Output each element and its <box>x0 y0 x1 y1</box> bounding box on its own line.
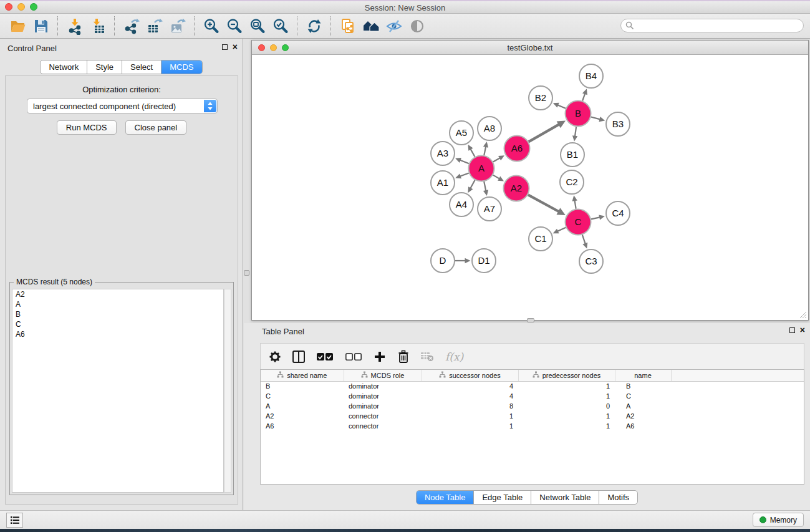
table-cell[interactable]: 1 <box>422 411 518 421</box>
home-icon[interactable] <box>359 16 382 37</box>
graph-edge-A-A4[interactable] <box>470 180 475 189</box>
tab-edge-table[interactable]: Edge Table <box>473 491 531 504</box>
graph-edge-A-A1[interactable] <box>460 173 469 177</box>
table-cell[interactable]: dominator <box>344 391 422 401</box>
network-window-titlebar[interactable]: testGlobe.txt <box>252 41 808 55</box>
table-cell[interactable]: A <box>261 401 344 411</box>
add-column-icon[interactable] <box>372 348 388 365</box>
columns-icon[interactable] <box>291 348 307 365</box>
export-table-icon[interactable] <box>143 16 166 37</box>
result-item[interactable]: A <box>12 299 223 309</box>
graph-edge-B-B1[interactable] <box>575 127 576 137</box>
graph-edge-B-B2[interactable] <box>557 105 566 109</box>
zoom-fit-icon[interactable] <box>246 16 269 37</box>
table-cell[interactable]: 8 <box>422 401 518 411</box>
import-network-icon[interactable] <box>63 16 86 37</box>
task-history-button[interactable] <box>6 513 23 528</box>
graph-edge-A-A6[interactable] <box>493 158 501 162</box>
graph-edge-A-A3[interactable] <box>460 160 469 163</box>
table-cell[interactable]: A6 <box>261 421 344 431</box>
tab-motifs[interactable]: Motifs <box>599 491 637 504</box>
network-graph[interactable]: B4B2BB3A8A5A6A3B1AA1C2A2A4A7C4CC1C3DD1 <box>252 55 808 320</box>
deselect-all-icon[interactable] <box>343 348 364 365</box>
export-image-icon[interactable] <box>166 16 189 37</box>
float-panel-icon[interactable] <box>222 44 228 50</box>
table-cell[interactable]: 1 <box>422 421 518 431</box>
graph-edge-A-A7[interactable] <box>484 181 486 191</box>
table-cell[interactable]: connector <box>344 411 422 421</box>
graph-edge-B-B3[interactable] <box>591 117 601 120</box>
column-header-name[interactable]: name <box>615 370 671 381</box>
export-network-icon[interactable] <box>120 16 143 37</box>
graph-edge-A-A5[interactable] <box>470 148 475 157</box>
table-cell[interactable]: 1 <box>518 391 615 401</box>
zoom-out-icon[interactable] <box>223 16 246 37</box>
table-cell[interactable]: A2 <box>261 411 344 421</box>
graph-edge-A6-B[interactable] <box>529 124 560 142</box>
column-header-predecessor-nodes[interactable]: predecessor nodes <box>518 370 615 381</box>
delete-table-icon[interactable] <box>419 348 435 365</box>
tab-mcds[interactable]: MCDS <box>161 60 201 74</box>
save-session-icon[interactable] <box>29 16 52 37</box>
refresh-icon[interactable] <box>302 16 325 37</box>
open-file-icon[interactable] <box>6 16 29 37</box>
column-header-MCDS-role[interactable]: MCDS role <box>344 370 422 381</box>
column-header-shared-name[interactable]: shared name <box>261 370 344 381</box>
table-row[interactable]: Cdominator41C <box>261 391 804 401</box>
show-eye-icon[interactable] <box>405 16 428 37</box>
mcds-result-list[interactable]: A2ABCA6 <box>12 289 224 493</box>
search-field[interactable] <box>620 19 804 32</box>
table-cell[interactable]: A <box>615 401 671 411</box>
close-panel-button[interactable]: Close panel <box>125 120 187 135</box>
delete-column-trash-icon[interactable] <box>395 348 412 365</box>
tab-node-table[interactable]: Node Table <box>417 491 474 504</box>
table-cell[interactable]: 4 <box>422 391 518 401</box>
graph-edge-C-C2[interactable] <box>574 200 576 209</box>
table-cell[interactable]: 0 <box>518 401 615 411</box>
network-canvas[interactable]: B4B2BB3A8A5A6A3B1AA1C2A2A4A7C4CC1C3DD1 <box>252 55 808 320</box>
close-panel-icon[interactable]: × <box>233 44 238 50</box>
import-table-icon[interactable] <box>86 16 109 37</box>
table-row[interactable]: Bdominator41B <box>261 381 804 391</box>
table-cell[interactable]: A6 <box>615 421 671 431</box>
table-cell[interactable]: connector <box>344 421 422 431</box>
result-item[interactable]: A2 <box>12 289 223 299</box>
graph-edge-C-C1[interactable] <box>557 228 566 231</box>
table-cell[interactable]: 4 <box>422 381 518 391</box>
result-scrollbar[interactable] <box>224 289 231 493</box>
table-cell[interactable]: B <box>615 381 671 391</box>
table-cell[interactable]: 1 <box>518 411 615 421</box>
graph-edge-A-A8[interactable] <box>484 146 486 155</box>
memory-button[interactable]: Memory <box>753 513 804 527</box>
zoom-selected-icon[interactable] <box>269 16 292 37</box>
graph-edge-A2-C[interactable] <box>528 195 559 211</box>
graph-edge-C-C3[interactable] <box>582 235 586 244</box>
close-table-panel-icon[interactable]: × <box>800 327 805 333</box>
table-row[interactable]: Adominator80A <box>261 401 804 411</box>
table-row[interactable]: A2connector11A2 <box>261 411 804 421</box>
float-table-panel-icon[interactable] <box>789 327 795 333</box>
table-cell[interactable]: dominator <box>344 381 422 391</box>
table-cell[interactable]: dominator <box>344 401 422 411</box>
copy-network-icon[interactable] <box>336 16 359 37</box>
table-cell[interactable]: C <box>261 391 344 401</box>
result-item[interactable]: C <box>12 319 223 329</box>
horizontal-splitter-grip[interactable] <box>527 318 534 322</box>
tab-select[interactable]: Select <box>122 60 161 74</box>
tab-style[interactable]: Style <box>87 60 122 74</box>
node-table[interactable]: shared nameMCDS rolesuccessor nodesprede… <box>260 369 804 485</box>
result-item[interactable]: B <box>12 309 223 319</box>
criterion-dropdown[interactable]: largest connected component (directed) <box>27 99 218 114</box>
table-cell[interactable]: C <box>615 391 671 401</box>
result-item[interactable]: A6 <box>12 329 223 339</box>
tab-network[interactable]: Network <box>41 60 87 74</box>
search-input[interactable] <box>635 20 803 31</box>
run-mcds-button[interactable]: Run MCDS <box>57 120 117 135</box>
table-cell[interactable]: 1 <box>518 421 615 431</box>
hide-eye-icon[interactable] <box>382 16 405 37</box>
select-all-icon[interactable] <box>314 348 335 365</box>
column-header-successor-nodes[interactable]: successor nodes <box>422 370 518 381</box>
table-cell[interactable]: A2 <box>615 411 671 421</box>
function-builder-icon[interactable]: f(x) <box>445 351 463 363</box>
gear-icon[interactable] <box>267 348 283 365</box>
